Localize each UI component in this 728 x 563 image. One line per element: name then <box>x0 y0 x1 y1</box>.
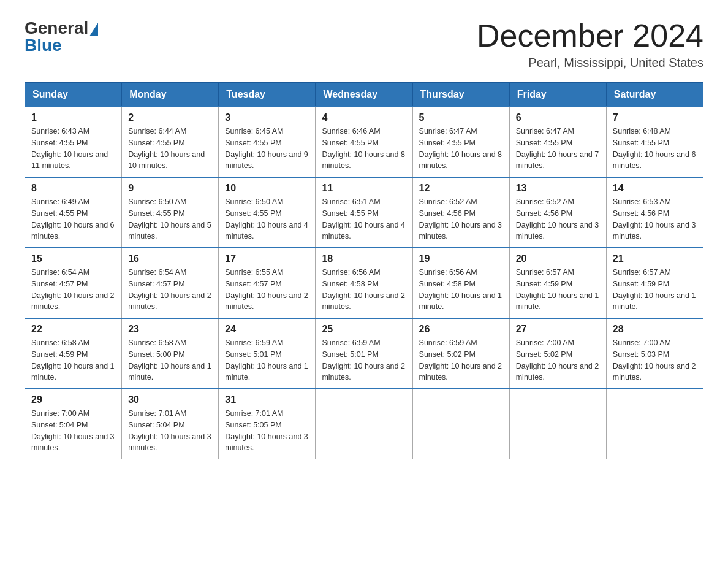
day-number: 17 <box>225 253 309 264</box>
header-cell-sunday: Sunday <box>25 83 122 107</box>
calendar-title: December 2024 <box>477 18 703 53</box>
day-cell: 28Sunrise: 7:00 AMSunset: 5:03 PMDayligh… <box>606 318 703 389</box>
day-info: Sunrise: 6:55 AMSunset: 4:57 PMDaylight:… <box>225 267 309 313</box>
day-info: Sunrise: 6:59 AMSunset: 5:01 PMDaylight:… <box>322 337 406 383</box>
day-number: 6 <box>516 112 600 123</box>
day-number: 3 <box>225 112 309 123</box>
day-cell: 17Sunrise: 6:55 AMSunset: 4:57 PMDayligh… <box>219 248 316 318</box>
week-row-2: 8Sunrise: 6:49 AMSunset: 4:55 PMDaylight… <box>25 177 703 248</box>
day-info: Sunrise: 6:48 AMSunset: 4:55 PMDaylight:… <box>613 126 697 172</box>
day-number: 20 <box>516 253 600 264</box>
day-cell: 5Sunrise: 6:47 AMSunset: 4:55 PMDaylight… <box>412 107 509 177</box>
day-number: 23 <box>128 324 212 335</box>
day-number: 14 <box>613 183 697 194</box>
week-row-3: 15Sunrise: 6:54 AMSunset: 4:57 PMDayligh… <box>25 248 703 318</box>
day-info: Sunrise: 6:59 AMSunset: 5:02 PMDaylight:… <box>419 337 503 383</box>
week-row-1: 1Sunrise: 6:43 AMSunset: 4:55 PMDaylight… <box>25 107 703 177</box>
day-cell: 23Sunrise: 6:58 AMSunset: 5:00 PMDayligh… <box>122 318 219 389</box>
day-info: Sunrise: 6:54 AMSunset: 4:57 PMDaylight:… <box>31 267 115 313</box>
day-number: 31 <box>225 394 309 405</box>
week-row-4: 22Sunrise: 6:58 AMSunset: 4:59 PMDayligh… <box>25 318 703 389</box>
day-cell: 4Sunrise: 6:46 AMSunset: 4:55 PMDaylight… <box>316 107 412 177</box>
day-number: 30 <box>128 394 212 405</box>
day-info: Sunrise: 6:47 AMSunset: 4:55 PMDaylight:… <box>419 126 503 172</box>
day-cell: 6Sunrise: 6:47 AMSunset: 4:55 PMDaylight… <box>509 107 606 177</box>
day-cell: 7Sunrise: 6:48 AMSunset: 4:55 PMDaylight… <box>606 107 703 177</box>
week-row-5: 29Sunrise: 7:00 AMSunset: 5:04 PMDayligh… <box>25 389 703 459</box>
day-info: Sunrise: 7:00 AMSunset: 5:02 PMDaylight:… <box>516 337 600 383</box>
day-number: 2 <box>128 112 212 123</box>
day-cell <box>316 389 412 459</box>
day-cell: 14Sunrise: 6:53 AMSunset: 4:56 PMDayligh… <box>606 177 703 248</box>
day-info: Sunrise: 6:56 AMSunset: 4:58 PMDaylight:… <box>322 267 406 313</box>
day-cell <box>509 389 606 459</box>
day-cell: 3Sunrise: 6:45 AMSunset: 4:55 PMDaylight… <box>219 107 316 177</box>
day-cell: 25Sunrise: 6:59 AMSunset: 5:01 PMDayligh… <box>316 318 412 389</box>
day-cell <box>412 389 509 459</box>
day-number: 22 <box>31 324 115 335</box>
day-number: 28 <box>613 324 697 335</box>
day-number: 11 <box>322 183 406 194</box>
day-number: 16 <box>128 253 212 264</box>
day-number: 19 <box>419 253 503 264</box>
day-cell: 13Sunrise: 6:52 AMSunset: 4:56 PMDayligh… <box>509 177 606 248</box>
day-info: Sunrise: 6:52 AMSunset: 4:56 PMDaylight:… <box>419 196 503 242</box>
day-cell: 20Sunrise: 6:57 AMSunset: 4:59 PMDayligh… <box>509 248 606 318</box>
day-info: Sunrise: 7:01 AMSunset: 5:04 PMDaylight:… <box>128 408 212 454</box>
day-cell <box>606 389 703 459</box>
day-cell: 19Sunrise: 6:56 AMSunset: 4:58 PMDayligh… <box>412 248 509 318</box>
day-number: 7 <box>613 112 697 123</box>
day-cell: 8Sunrise: 6:49 AMSunset: 4:55 PMDaylight… <box>25 177 122 248</box>
day-number: 13 <box>516 183 600 194</box>
day-info: Sunrise: 6:56 AMSunset: 4:58 PMDaylight:… <box>419 267 503 313</box>
day-info: Sunrise: 6:45 AMSunset: 4:55 PMDaylight:… <box>225 126 309 172</box>
day-info: Sunrise: 7:00 AMSunset: 5:03 PMDaylight:… <box>613 337 697 383</box>
day-number: 9 <box>128 183 212 194</box>
day-cell: 21Sunrise: 6:57 AMSunset: 4:59 PMDayligh… <box>606 248 703 318</box>
title-area: December 2024 Pearl, Mississippi, United… <box>477 18 703 70</box>
day-number: 1 <box>31 112 115 123</box>
day-info: Sunrise: 6:49 AMSunset: 4:55 PMDaylight:… <box>31 196 115 242</box>
day-number: 12 <box>419 183 503 194</box>
header-cell-thursday: Thursday <box>412 83 509 107</box>
day-info: Sunrise: 6:52 AMSunset: 4:56 PMDaylight:… <box>516 196 600 242</box>
day-number: 10 <box>225 183 309 194</box>
day-cell: 12Sunrise: 6:52 AMSunset: 4:56 PMDayligh… <box>412 177 509 248</box>
header-cell-tuesday: Tuesday <box>219 83 316 107</box>
header-cell-friday: Friday <box>509 83 606 107</box>
header-cell-wednesday: Wednesday <box>316 83 412 107</box>
day-number: 18 <box>322 253 406 264</box>
day-cell: 22Sunrise: 6:58 AMSunset: 4:59 PMDayligh… <box>25 318 122 389</box>
day-cell: 27Sunrise: 7:00 AMSunset: 5:02 PMDayligh… <box>509 318 606 389</box>
header-row: SundayMondayTuesdayWednesdayThursdayFrid… <box>25 83 703 107</box>
day-info: Sunrise: 6:58 AMSunset: 5:00 PMDaylight:… <box>128 337 212 383</box>
day-info: Sunrise: 6:46 AMSunset: 4:55 PMDaylight:… <box>322 126 406 172</box>
day-info: Sunrise: 6:58 AMSunset: 4:59 PMDaylight:… <box>31 337 115 383</box>
day-number: 4 <box>322 112 406 123</box>
header-cell-monday: Monday <box>122 83 219 107</box>
logo-triangle-icon <box>89 23 98 36</box>
day-info: Sunrise: 6:43 AMSunset: 4:55 PMDaylight:… <box>31 126 115 172</box>
calendar-subtitle: Pearl, Mississippi, United States <box>477 56 703 70</box>
header-cell-saturday: Saturday <box>606 83 703 107</box>
day-number: 5 <box>419 112 503 123</box>
day-cell: 16Sunrise: 6:54 AMSunset: 4:57 PMDayligh… <box>122 248 219 318</box>
day-info: Sunrise: 6:50 AMSunset: 4:55 PMDaylight:… <box>225 196 309 242</box>
day-cell: 24Sunrise: 6:59 AMSunset: 5:01 PMDayligh… <box>219 318 316 389</box>
day-number: 24 <box>225 324 309 335</box>
logo-area: General Blue <box>25 18 99 55</box>
day-info: Sunrise: 6:47 AMSunset: 4:55 PMDaylight:… <box>516 126 600 172</box>
day-cell: 30Sunrise: 7:01 AMSunset: 5:04 PMDayligh… <box>122 389 219 459</box>
day-number: 29 <box>31 394 115 405</box>
day-info: Sunrise: 7:00 AMSunset: 5:04 PMDaylight:… <box>31 408 115 454</box>
day-info: Sunrise: 6:59 AMSunset: 5:01 PMDaylight:… <box>225 337 309 383</box>
day-number: 21 <box>613 253 697 264</box>
day-info: Sunrise: 6:57 AMSunset: 4:59 PMDaylight:… <box>613 267 697 313</box>
day-cell: 1Sunrise: 6:43 AMSunset: 4:55 PMDaylight… <box>25 107 122 177</box>
day-cell: 26Sunrise: 6:59 AMSunset: 5:02 PMDayligh… <box>412 318 509 389</box>
day-info: Sunrise: 6:50 AMSunset: 4:55 PMDaylight:… <box>128 196 212 242</box>
day-info: Sunrise: 6:44 AMSunset: 4:55 PMDaylight:… <box>128 126 212 172</box>
day-number: 27 <box>516 324 600 335</box>
header: General Blue December 2024 Pearl, Missis… <box>25 18 703 70</box>
day-cell: 18Sunrise: 6:56 AMSunset: 4:58 PMDayligh… <box>316 248 412 318</box>
